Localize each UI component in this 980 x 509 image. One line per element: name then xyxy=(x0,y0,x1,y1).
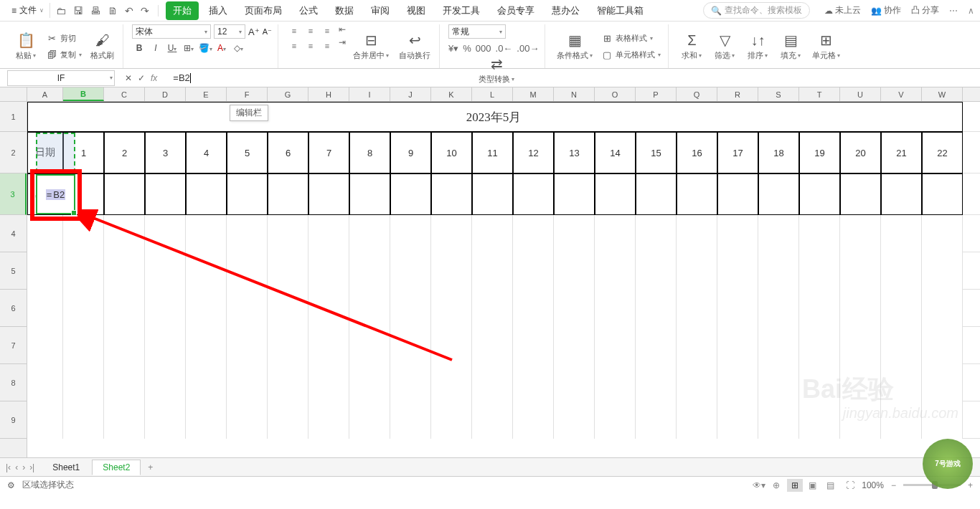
cell[interactable] xyxy=(472,102,513,132)
cell[interactable] xyxy=(513,173,554,215)
cell[interactable]: 18 xyxy=(758,132,799,173)
cell[interactable] xyxy=(717,252,758,290)
comma-icon[interactable]: 000 xyxy=(476,43,491,54)
cell[interactable] xyxy=(186,290,227,327)
cell[interactable] xyxy=(431,252,472,290)
cell[interactable] xyxy=(349,290,390,327)
cell[interactable] xyxy=(186,327,227,364)
column-header[interactable]: N xyxy=(554,87,595,101)
align-top-icon[interactable]: ≡ xyxy=(287,24,301,37)
cell[interactable] xyxy=(799,215,840,252)
column-header[interactable]: M xyxy=(513,87,554,101)
cell[interactable] xyxy=(63,252,104,290)
type-convert-button[interactable]: ⇄ 类型转换▾ xyxy=(454,54,539,86)
format-painter-button[interactable]: 🖌 格式刷 xyxy=(88,24,117,68)
cell[interactable] xyxy=(881,102,922,132)
save-icon[interactable]: 🖫 xyxy=(73,5,83,16)
cell[interactable] xyxy=(840,102,881,132)
add-sheet-button[interactable]: + xyxy=(142,460,159,475)
cell[interactable] xyxy=(63,364,104,401)
row-header[interactable]: 9 xyxy=(0,401,27,439)
cell[interactable] xyxy=(186,102,227,132)
print-icon[interactable]: 🖶 xyxy=(90,5,100,16)
cell[interactable] xyxy=(717,215,758,252)
cell[interactable] xyxy=(27,401,63,439)
tab-huiban[interactable]: 慧办公 xyxy=(545,1,587,20)
column-header[interactable]: A xyxy=(27,87,63,101)
cell[interactable] xyxy=(758,102,799,132)
cell[interactable] xyxy=(227,290,268,327)
tab-dev-tools[interactable]: 开发工具 xyxy=(435,1,487,20)
cell[interactable] xyxy=(717,290,758,327)
prev-sheet-icon[interactable]: ‹ xyxy=(15,462,18,472)
align-middle-icon[interactable]: ≡ xyxy=(303,24,318,37)
cell[interactable] xyxy=(104,102,145,132)
cell[interactable] xyxy=(840,290,881,327)
cell[interactable] xyxy=(595,102,636,132)
cell[interactable] xyxy=(349,252,390,290)
cell[interactable] xyxy=(431,290,472,327)
cell[interactable] xyxy=(595,290,636,327)
cell[interactable] xyxy=(595,364,636,401)
cell[interactable] xyxy=(758,401,799,439)
cell[interactable] xyxy=(104,364,145,401)
row-header[interactable]: 7 xyxy=(0,327,27,364)
tab-insert[interactable]: 插入 xyxy=(202,1,235,20)
settings-icon[interactable]: ⚙ xyxy=(7,480,15,490)
cell[interactable] xyxy=(840,327,881,364)
cell[interactable] xyxy=(513,215,554,252)
cond-format-button[interactable]: ▦ 条件格式▾ xyxy=(554,24,595,68)
table-style-button[interactable]: ⊞表格样式▾ xyxy=(600,32,662,45)
cell[interactable] xyxy=(677,290,717,327)
sort-button[interactable]: ↓↑排序▾ xyxy=(743,24,772,68)
cell[interactable] xyxy=(308,327,349,364)
focus-icon[interactable]: ⊕ xyxy=(773,480,780,490)
cell[interactable] xyxy=(677,327,717,364)
cell[interactable] xyxy=(104,290,145,327)
clear-format-button[interactable]: ◇▾ xyxy=(231,43,245,53)
cell[interactable] xyxy=(63,401,104,439)
cell[interactable] xyxy=(431,102,472,132)
cell[interactable] xyxy=(881,290,922,327)
cell[interactable] xyxy=(554,290,595,327)
cell[interactable] xyxy=(554,215,595,252)
tab-data[interactable]: 数据 xyxy=(328,1,361,20)
cell[interactable] xyxy=(922,173,963,215)
cell[interactable] xyxy=(27,364,63,401)
cell[interactable] xyxy=(27,290,63,327)
cell[interactable]: 13 xyxy=(554,132,595,173)
cell[interactable] xyxy=(104,401,145,439)
cell[interactable] xyxy=(636,327,677,364)
cell[interactable] xyxy=(799,290,840,327)
cell[interactable] xyxy=(390,102,431,132)
cell[interactable] xyxy=(513,252,554,290)
cell[interactable] xyxy=(513,401,554,439)
font-color-button[interactable]: A▾ xyxy=(215,43,229,53)
coop-button[interactable]: 👥协作 xyxy=(871,4,901,16)
cell[interactable] xyxy=(636,252,677,290)
column-header[interactable]: S xyxy=(758,87,799,101)
increase-indent-icon[interactable]: ⇥ xyxy=(339,37,346,47)
cell[interactable] xyxy=(554,252,595,290)
cell[interactable] xyxy=(186,401,227,439)
active-cell[interactable]: =B2 xyxy=(36,174,75,214)
dropdown-icon[interactable]: ▾ xyxy=(110,75,113,81)
column-header[interactable]: E xyxy=(186,87,227,101)
cell[interactable] xyxy=(27,215,63,252)
cell[interactable] xyxy=(513,327,554,364)
tab-member[interactable]: 会员专享 xyxy=(490,1,542,20)
formula-input[interactable]: =B2 xyxy=(169,72,980,83)
cell[interactable] xyxy=(63,102,104,132)
cell[interactable] xyxy=(431,215,472,252)
cell[interactable] xyxy=(186,364,227,401)
column-header[interactable]: I xyxy=(349,87,390,101)
filter-button[interactable]: ▽筛选▾ xyxy=(710,24,739,68)
cell[interactable] xyxy=(840,215,881,252)
cell[interactable] xyxy=(63,290,104,327)
cell[interactable] xyxy=(349,364,390,401)
cell[interactable] xyxy=(881,327,922,364)
share-button[interactable]: 凸分享 xyxy=(911,4,939,16)
cell[interactable]: 8 xyxy=(349,132,390,173)
cell[interactable] xyxy=(554,173,595,215)
print-preview-icon[interactable]: 🗎 xyxy=(108,5,118,16)
